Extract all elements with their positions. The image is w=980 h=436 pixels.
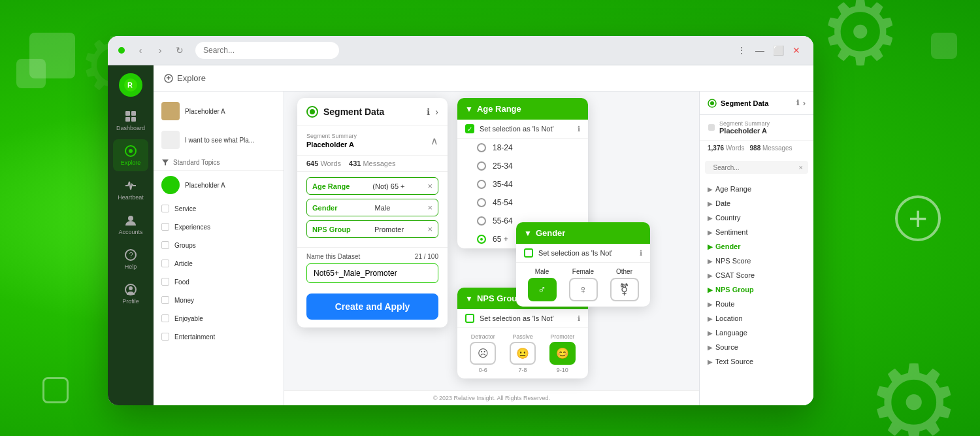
- gender-female-button[interactable]: ♀: [569, 278, 598, 301]
- checkbox-food[interactable]: [161, 278, 169, 286]
- age-label-18-24: 18-24: [493, 143, 513, 152]
- checkbox-article[interactable]: [161, 260, 169, 267]
- browser-close-button[interactable]: ✕: [790, 44, 803, 57]
- age-option-25-34[interactable]: 25-34: [457, 157, 588, 175]
- filter-label: Standard Topics: [173, 159, 220, 166]
- dataset-item-groups[interactable]: Groups: [154, 236, 284, 254]
- nav-refresh-button[interactable]: ↻: [172, 42, 188, 58]
- nps-is-not-label: Set selection as 'Is Not': [480, 314, 554, 322]
- filter-tree-sentiment[interactable]: ▶ Sentiment: [700, 225, 813, 239]
- gender-female-label: Female: [572, 268, 594, 275]
- gender-is-not-info-icon[interactable]: ℹ: [640, 249, 642, 258]
- sidebar-item-dashboard[interactable]: Dashboard: [113, 105, 148, 137]
- filter-age-close[interactable]: ×: [427, 181, 433, 191]
- nps-is-not-checkbox[interactable]: ✓: [465, 314, 474, 323]
- dataset-label-article: Article: [174, 260, 193, 267]
- gender-other-label: Other: [616, 268, 632, 275]
- filter-nps-close[interactable]: ×: [427, 224, 433, 234]
- search-icon: [710, 164, 711, 171]
- dataset-item-food[interactable]: Food: [154, 273, 284, 291]
- nps-promoter-label: Promoter: [550, 333, 574, 340]
- name-input-field[interactable]: [306, 263, 438, 283]
- dataset-item-enjoyable[interactable]: Enjoyable: [154, 309, 284, 327]
- dataset-avatar-green: [161, 176, 180, 194]
- age-radio-55-64[interactable]: [477, 216, 486, 226]
- filter-tree-age-range[interactable]: ▶ Age Range: [700, 182, 813, 196]
- sidebar-item-accounts[interactable]: Accounts: [113, 209, 148, 241]
- dataset-item-placeholder-a[interactable]: Placeholder A: [154, 171, 284, 199]
- nps-promoter-range: 9-10: [557, 367, 568, 373]
- age-is-not-checkbox[interactable]: ✓: [465, 124, 474, 133]
- nps-detractor-button[interactable]: ☹: [470, 342, 496, 365]
- nps-passive-button[interactable]: 😐: [510, 342, 536, 365]
- age-option-45-54[interactable]: 45-54: [457, 193, 588, 212]
- nav-forward-button[interactable]: ›: [152, 42, 168, 58]
- browser-minimize-button[interactable]: —: [753, 44, 766, 57]
- dataset-label-3: Placeholder A: [185, 182, 225, 189]
- dataset-label-groups: Groups: [174, 242, 196, 249]
- sidebar: R Dashboard Explore Heartbeat Accounts ?: [108, 65, 154, 405]
- deco-square-4: [931, 33, 957, 59]
- country-tree-chevron: ▶: [708, 214, 713, 222]
- checkbox-groups[interactable]: [161, 241, 169, 249]
- modal-info-icon[interactable]: ℹ: [427, 107, 430, 117]
- filter-tree-language[interactable]: ▶ Language: [700, 326, 813, 340]
- dataset-item-service[interactable]: Service: [154, 199, 284, 218]
- right-panel-info-icon[interactable]: ℹ: [796, 99, 799, 107]
- filter-tree-route-label: Route: [715, 300, 734, 308]
- search-clear-icon[interactable]: ×: [799, 163, 803, 171]
- filter-tree-route[interactable]: ▶ Route: [700, 297, 813, 311]
- gender-male-button[interactable]: ♂: [528, 278, 557, 301]
- checkbox-enjoyable[interactable]: [161, 314, 169, 322]
- age-radio-18-24[interactable]: [477, 143, 486, 152]
- modal-collapse-icon[interactable]: ∧: [431, 135, 438, 147]
- dataset-item-article[interactable]: Article: [154, 254, 284, 273]
- gender-is-not-checkbox[interactable]: ✓: [524, 248, 533, 258]
- age-label-65plus: 65 +: [493, 235, 508, 244]
- age-radio-65plus[interactable]: [477, 235, 486, 244]
- filter-tree-sentiment-label: Sentiment: [715, 228, 748, 236]
- sidebar-item-profile[interactable]: Profile: [113, 278, 148, 310]
- filter-tree-location[interactable]: ▶ Location: [700, 311, 813, 326]
- filter-tree-date[interactable]: ▶ Date: [700, 196, 813, 210]
- filter-tree-country[interactable]: ▶ Country: [700, 210, 813, 225]
- modal-expand-icon[interactable]: ›: [435, 107, 438, 117]
- browser-maximize-button[interactable]: ⬜: [772, 44, 785, 57]
- filter-gender-close[interactable]: ×: [427, 203, 433, 212]
- create-apply-button[interactable]: Create and Apply: [306, 293, 438, 320]
- filter-tree-nps-score[interactable]: ▶ NPS Score: [700, 254, 813, 268]
- filter-tree-gender[interactable]: ▶ Gender: [700, 239, 813, 254]
- dataset-item-entertainment[interactable]: Entertainment: [154, 327, 284, 346]
- sidebar-item-heartbeat[interactable]: Heartbeat: [113, 174, 148, 206]
- age-option-18-24[interactable]: 18-24: [457, 139, 588, 157]
- nav-back-button[interactable]: ‹: [133, 42, 148, 58]
- sidebar-item-explore[interactable]: Explore: [113, 139, 148, 171]
- dataset-item-money[interactable]: Money: [154, 291, 284, 309]
- browser-menu-button[interactable]: ⋮: [735, 44, 748, 57]
- filter-tree-nps-group[interactable]: ▶ NPS Group: [700, 282, 813, 297]
- checkbox-service[interactable]: [161, 205, 169, 212]
- right-panel-expand-icon[interactable]: ›: [803, 98, 806, 108]
- age-is-not-info-icon[interactable]: ℹ: [578, 125, 580, 133]
- filter-tree-nps-score-label: NPS Score: [715, 257, 751, 265]
- filter-tree-csat-score[interactable]: ▶ CSAT Score: [700, 268, 813, 282]
- sidebar-item-help[interactable]: ? Help: [113, 243, 148, 275]
- age-option-35-44[interactable]: 35-44: [457, 175, 588, 193]
- dataset-label-service: Service: [174, 205, 196, 212]
- gender-other-button[interactable]: ⚧: [610, 278, 639, 301]
- right-search-input[interactable]: [713, 164, 796, 171]
- age-radio-35-44[interactable]: [477, 180, 486, 189]
- checkbox-entertainment[interactable]: [161, 333, 169, 341]
- nps-promoter-button[interactable]: 😊: [549, 342, 576, 365]
- filter-tree-source[interactable]: ▶ Source: [700, 340, 813, 354]
- dataset-item-experiences[interactable]: Experiences: [154, 218, 284, 236]
- nps-is-not-info-icon[interactable]: ℹ: [578, 314, 580, 323]
- age-radio-45-54[interactable]: [477, 198, 486, 207]
- dataset-item-1[interactable]: Placeholder A: [154, 97, 284, 126]
- filter-tree-text-source[interactable]: ▶ Text Source: [700, 354, 813, 369]
- address-bar[interactable]: [195, 42, 339, 59]
- checkbox-money[interactable]: [161, 296, 169, 304]
- dataset-item-2[interactable]: I want to see what Pla...: [154, 126, 284, 154]
- age-radio-25-34[interactable]: [477, 161, 486, 171]
- checkbox-experiences[interactable]: [161, 223, 169, 231]
